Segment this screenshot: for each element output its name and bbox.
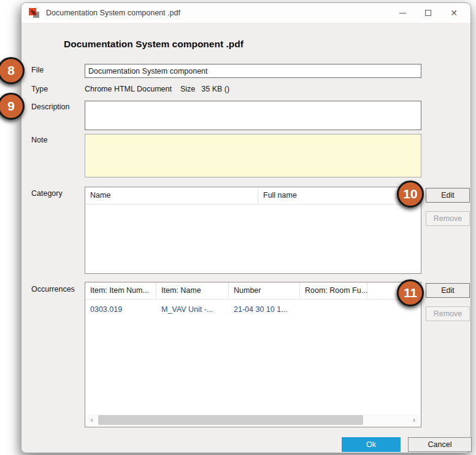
window-controls: ✕ [390,4,467,21]
file-input[interactable] [85,64,421,78]
maximize-button[interactable] [415,4,441,21]
titlebar[interactable]: Documentation System component .pdf ✕ [21,3,470,23]
occurrence-room [300,301,367,317]
occurrence-item-name: M_VAV Unit -... [156,301,229,317]
size-label: Size [180,85,195,93]
occurrences-column-item-number[interactable]: Item: Item Num... [85,282,156,299]
category-edit-button[interactable]: Edit [426,188,470,203]
callout-badge-11: 11 [397,279,424,306]
occurrence-number: 21-04 30 10 1... [229,301,300,317]
horizontal-scrollbar[interactable]: ‹ › [86,414,420,426]
screen: Documentation System component .pdf ✕ Do… [0,0,476,455]
category-label: Category [31,189,63,198]
close-button[interactable]: ✕ [441,4,467,21]
type-value-line: Chrome HTML DocumentSize35 KB () [85,85,229,93]
scroll-right-icon[interactable]: › [408,414,420,426]
occurrences-header-row: Item: Item Num... Item: Name Number Room… [85,282,421,300]
close-icon: ✕ [450,9,458,17]
callout-badge-10: 10 [397,181,424,208]
size-value: 35 KB () [201,85,229,93]
occurrences-column-room[interactable]: Room: Room Fu... [300,282,367,299]
minimize-button[interactable] [390,4,415,21]
occurrences-edit-button[interactable]: Edit [426,283,470,298]
occurrences-column-item-name[interactable]: Item: Name [156,282,229,299]
file-label: File [31,66,44,74]
type-value: Chrome HTML Document [85,85,172,93]
app-icon [29,8,39,18]
description-label: Description [31,103,70,111]
category-list[interactable]: Name Full name [85,187,421,274]
maximize-icon [425,10,431,16]
type-label: Type [31,85,48,93]
occurrences-remove-button: Remove [426,306,470,321]
occurrences-column-number[interactable]: Number [229,282,300,299]
note-textarea[interactable] [85,134,421,177]
cancel-button[interactable]: Cancel [408,437,472,452]
occurrence-item-number: 0303.019 [85,301,156,317]
dialog-heading: Documentation System component .pdf [64,39,244,50]
dialog-documentation-system-component: Documentation System component .pdf ✕ Do… [21,2,471,453]
description-textarea[interactable] [85,101,421,130]
minimize-icon [399,13,406,14]
window-title: Documentation System component .pdf [46,3,180,23]
ok-button[interactable]: Ok [342,437,401,452]
category-header-row: Name Full name [85,187,421,204]
occurrence-row[interactable]: 0303.019 M_VAV Unit -... 21-04 30 10 1..… [85,301,421,317]
category-column-name[interactable]: Name [85,187,258,204]
occurrences-list[interactable]: Item: Item Num... Item: Name Number Room… [85,282,421,427]
scroll-left-icon[interactable]: ‹ [86,414,98,426]
scrollbar-track[interactable] [98,414,408,426]
category-remove-button: Remove [426,211,470,226]
occurrences-label: Occurrences [31,285,75,294]
note-label: Note [31,136,47,144]
scrollbar-thumb[interactable] [98,415,363,425]
